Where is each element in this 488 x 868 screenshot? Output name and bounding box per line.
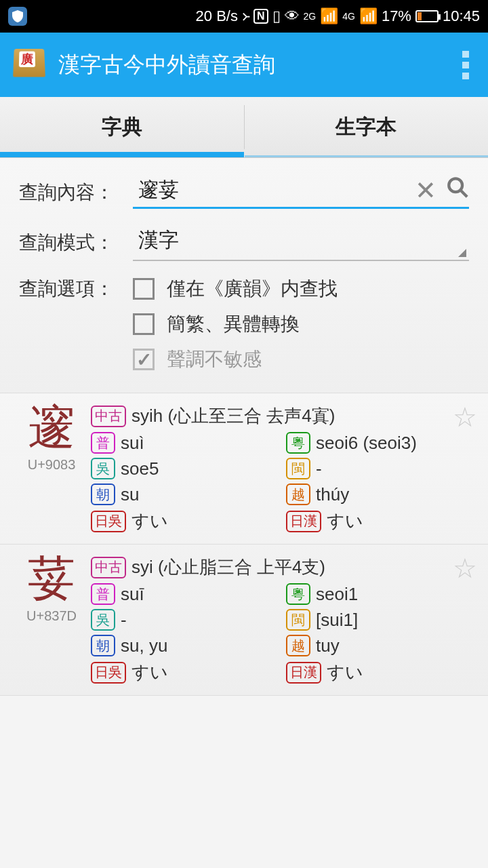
tag-yue: 粵: [286, 583, 310, 605]
tag-pu: 普: [91, 432, 115, 454]
battery-pct: 17%: [382, 7, 411, 25]
mode-dropdown[interactable]: 漢字: [133, 224, 469, 261]
entry-char: 邃: [12, 404, 91, 452]
vibrate-icon: ▯: [272, 7, 281, 25]
eye-icon: 👁: [285, 7, 300, 25]
overflow-menu-icon[interactable]: [457, 51, 474, 79]
tag-min: 閩: [286, 458, 310, 479]
entry-unicode: U+9083: [12, 457, 91, 473]
app-title: 漢字古今中外讀音查詢: [58, 50, 457, 80]
label-query: 查詢內容：: [19, 180, 133, 205]
battery-icon: [415, 10, 439, 22]
tag-yue: 粵: [286, 432, 310, 454]
tag-vie: 越: [286, 635, 310, 656]
svg-line-1: [460, 190, 467, 197]
tag-kor: 朝: [91, 484, 115, 505]
bluetooth-icon: ᚛: [242, 7, 249, 25]
tab-vocabulary[interactable]: 生字本: [245, 97, 489, 157]
checkbox-tone[interactable]: [133, 349, 155, 370]
label-mode: 查詢模式：: [19, 230, 133, 256]
tag-wu: 吳: [91, 609, 115, 631]
tag-jgo: 日吳: [91, 662, 126, 684]
tag-kor: 朝: [91, 635, 115, 656]
clear-icon[interactable]: ✕: [415, 176, 436, 205]
entry-unicode: U+837D: [12, 608, 91, 624]
tag-min: 閩: [286, 609, 310, 631]
signal-bars-2: 📶: [359, 7, 378, 25]
tag-mc: 中古: [91, 406, 126, 427]
checkbox-guangyun[interactable]: [133, 278, 155, 300]
results-list: ☆ 邃 U+9083 中古syih (心止至三合 去声4寘) 普suì 粵seo…: [0, 393, 488, 696]
tab-bar: 字典 生字本: [0, 97, 488, 158]
checkbox-variant[interactable]: [133, 313, 155, 335]
tag-vie: 越: [286, 484, 310, 505]
signal-4g: 4G: [342, 11, 355, 22]
entry-char: 荽: [12, 555, 91, 603]
clock: 10:45: [443, 7, 480, 25]
tag-jgo: 日吳: [91, 511, 126, 532]
tag-wu: 吳: [91, 458, 115, 479]
search-area: 查詢內容： ✕ 查詢模式： 漢字 查詢選項： 僅在《廣韻》内查找 簡繁、異體轉換…: [0, 158, 488, 393]
result-entry[interactable]: ☆ 荽 U+837D 中古syi (心止脂三合 上平4支) 普suī 粵seoi…: [0, 545, 488, 696]
opt-variant-label: 簡繁、異體轉換: [167, 311, 300, 337]
status-bar: 20 B/s ᚛ N ▯ 👁 2G📶 4G📶 17% 10:45: [0, 0, 488, 33]
opt-guangyun-label: 僅在《廣韻》内查找: [167, 276, 338, 302]
tag-jkan: 日漢: [286, 511, 321, 532]
result-entry[interactable]: ☆ 邃 U+9083 中古syih (心止至三合 去声4寘) 普suì 粵seo…: [0, 393, 488, 545]
signal-bars-1: 📶: [320, 7, 338, 25]
opt-tone-label: 聲調不敏感: [167, 347, 262, 372]
signal-2g: 2G: [304, 11, 317, 22]
svg-point-0: [449, 178, 462, 192]
net-speed: 20 B/s: [196, 7, 238, 25]
tag-mc: 中古: [91, 557, 126, 578]
shield-icon: [8, 7, 27, 26]
star-icon[interactable]: ☆: [453, 401, 477, 433]
tag-jkan: 日漢: [286, 662, 321, 684]
app-bar: 漢字古今中外讀音查詢: [0, 33, 488, 97]
search-icon[interactable]: [446, 176, 469, 203]
label-options: 查詢選項：: [19, 276, 133, 302]
app-icon: [14, 48, 47, 82]
tag-pu: 普: [91, 583, 115, 605]
chevron-down-icon: [458, 249, 466, 257]
nfc-icon: N: [253, 9, 268, 24]
tab-dictionary[interactable]: 字典: [0, 97, 244, 157]
star-icon[interactable]: ☆: [453, 553, 477, 584]
